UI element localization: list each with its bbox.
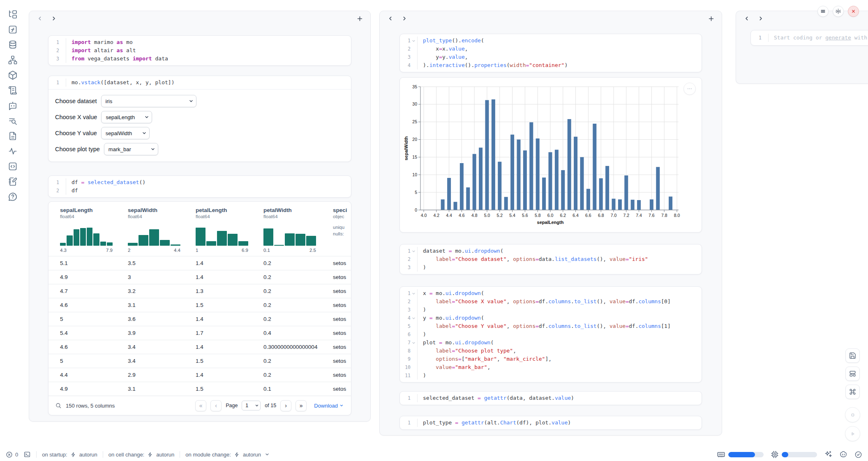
dropdown-choose-dataset[interactable]: iris [101, 95, 196, 107]
column-name[interactable]: petalLength [196, 207, 263, 214]
column-name[interactable]: petalWidth [263, 207, 333, 214]
memory-usage[interactable] [717, 450, 764, 459]
download-button[interactable]: Download [314, 403, 344, 409]
connection-status-button[interactable] [854, 451, 862, 459]
shutdown-button[interactable] [848, 6, 859, 17]
error-indicator[interactable]: 0 [6, 451, 18, 458]
svg-text:8.0: 8.0 [674, 213, 680, 218]
tracing-icon [8, 146, 18, 156]
sidebar-item-scratchpad[interactable] [7, 176, 18, 187]
settings-button[interactable] [833, 6, 844, 17]
code-editor[interactable]: 1x = mo.ui.dropdown(2 label="Choose X va… [400, 287, 702, 382]
table-cell: 1.5 [196, 386, 263, 392]
column-histogram[interactable] [196, 223, 248, 246]
cpu-usage[interactable] [771, 450, 817, 459]
chevron-right-icon [51, 15, 57, 22]
column-forward-button[interactable] [757, 14, 765, 23]
sidebar-item-tracing[interactable] [7, 146, 18, 157]
dropdown-choose-y-value[interactable]: sepalWidth [101, 127, 150, 139]
code-editor[interactable]: 1import marimo as mo2import altair as al… [48, 36, 351, 65]
svg-text:25: 25 [412, 119, 417, 124]
column-back-button[interactable] [36, 14, 44, 23]
fold-icon [412, 316, 416, 320]
run-all-button[interactable] [845, 426, 860, 441]
column-name[interactable]: sepalLength [60, 207, 128, 214]
sidebar-item-packages[interactable] [7, 70, 18, 81]
altair-bar-chart[interactable]: 051015202530354.04.24.44.64.85.05.25.45.… [402, 80, 699, 230]
line-number: 7 [402, 339, 411, 347]
code-cell-df: 1df = selected_dataset()2df [48, 175, 351, 198]
sidebar-item-logs[interactable] [7, 85, 18, 96]
stop-all-button[interactable] [845, 407, 860, 422]
code-editor[interactable]: 1 Start coding or generate with [751, 30, 868, 45]
generate-with-ai-link[interactable]: generate [825, 35, 851, 41]
copilot-button[interactable] [839, 450, 847, 459]
code-editor[interactable]: 1plot_type().encode(2 x=x.value,3 y=y.va… [400, 34, 702, 72]
sidebar-item-datasources[interactable] [7, 39, 18, 50]
sidebar-item-search-logs[interactable] [7, 115, 18, 126]
code-editor[interactable]: 1plot_type = getattr(alt.Chart(df), plot… [400, 416, 702, 429]
code-editor[interactable]: 1mo.vstack([dataset, x, y, plot]) [48, 76, 351, 89]
sidebar-item-help[interactable] [7, 191, 18, 202]
column-histogram[interactable] [128, 223, 180, 246]
code-line: 4y = mo.ui.dropdown( [400, 314, 702, 322]
column-toolbar [380, 11, 722, 26]
menu-button[interactable] [817, 6, 829, 17]
last-page-button[interactable]: » [295, 400, 307, 411]
column-name[interactable]: sepalWidth [128, 207, 196, 214]
dropdown-choose-x-value[interactable]: sepalLength [101, 111, 152, 123]
zap-icon [71, 452, 76, 457]
svg-text:4.8: 4.8 [471, 213, 478, 218]
sidebar-item-ai-chat[interactable] [7, 100, 18, 111]
chart-output: 051015202530354.04.24.44.64.85.05.25.45.… [399, 77, 702, 233]
table-cell: 1.4 [196, 316, 263, 322]
command-icon [849, 388, 856, 396]
svg-text:10: 10 [412, 172, 417, 177]
code-editor[interactable]: 1df = selected_dataset()2df [48, 176, 351, 197]
menu-icon [820, 8, 826, 14]
table-column-header: sepalLengthfloat644.37.9 [60, 207, 128, 256]
first-page-button[interactable]: « [195, 400, 206, 411]
svg-text:4.6: 4.6 [459, 213, 465, 218]
table-cell: 0.3000000000000004 [263, 344, 333, 350]
page-select[interactable]: 1 [242, 401, 261, 410]
code-line: 3 y=y.value, [400, 53, 702, 61]
code-editor[interactable]: 1selected_dataset = getattr(data, datase… [400, 392, 702, 405]
add-cell-button[interactable] [707, 14, 715, 23]
add-cell-button[interactable] [356, 14, 364, 23]
save-button[interactable] [845, 348, 860, 363]
code-line: 1x = mo.ui.dropdown( [400, 289, 702, 297]
table-search-button[interactable] [55, 402, 62, 409]
keyboard-shortcuts-button[interactable] [845, 385, 860, 399]
layout-button[interactable] [845, 366, 860, 381]
terminal-button[interactable] [23, 451, 31, 458]
column-forward-button[interactable] [400, 14, 409, 23]
sidebar-item-functions[interactable] [7, 24, 18, 35]
column-back-button[interactable] [386, 14, 395, 23]
sidebar-item-snippets[interactable] [7, 161, 18, 172]
column-histogram[interactable] [263, 223, 316, 246]
runtime-config-2[interactable]: on module change:autorun [185, 452, 270, 458]
sidebar-item-documentation[interactable] [7, 131, 18, 141]
svg-text:20: 20 [412, 137, 417, 142]
prev-page-button[interactable]: ‹ [210, 400, 222, 411]
chart-actions-button[interactable] [683, 83, 696, 95]
svg-text:5.6: 5.6 [522, 213, 528, 218]
sidebar-item-dependency-graph[interactable] [7, 55, 18, 65]
code-editor[interactable]: 1dataset = mo.ui.dropdown(2 label="Choos… [400, 244, 702, 274]
column-histogram[interactable] [60, 223, 113, 246]
page-count-label: of 15 [265, 403, 276, 408]
next-page-button[interactable]: › [280, 400, 291, 411]
sidebar-item-file-explorer[interactable] [7, 9, 18, 20]
column-back-button[interactable] [743, 14, 751, 23]
table-cell: setos [333, 274, 351, 280]
runtime-value: autorun [156, 452, 174, 458]
runtime-config-0[interactable]: on startup:autorun [42, 452, 97, 458]
code-line: 8 label="Choose plot type", [400, 347, 702, 355]
runtime-config-1[interactable]: on cell change:autorun [108, 452, 175, 458]
dropdown-choose-plot-type[interactable]: mark_bar [104, 143, 158, 155]
table-cell: 4.7 [60, 288, 128, 294]
column-name[interactable]: speci [333, 207, 351, 214]
ai-assist-button[interactable] [824, 450, 832, 459]
column-forward-button[interactable] [50, 14, 58, 23]
